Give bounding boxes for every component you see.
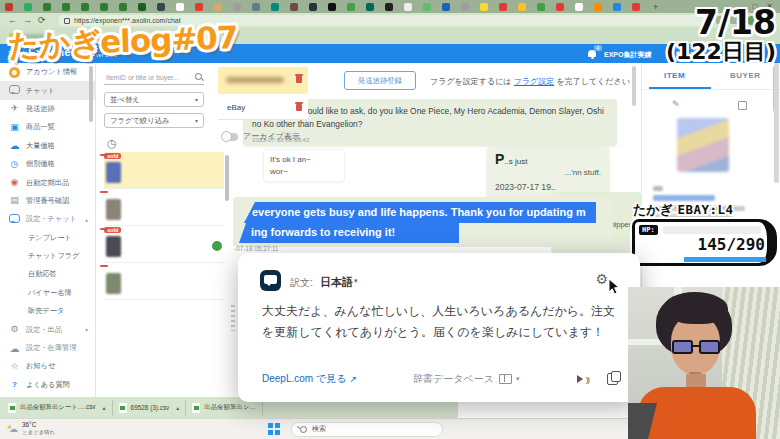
chat-list-item[interactable] (104, 263, 224, 300)
sidebar-item-settings-listing[interactable]: ⚙設定・出品▾ (0, 320, 95, 338)
browser-tab[interactable] (632, 3, 640, 11)
browser-tab[interactable] (81, 3, 89, 11)
target-language[interactable]: 日本語 (320, 275, 353, 290)
sidebar-item-bulk-price[interactable]: ☁大量価格 (0, 137, 95, 155)
browser-tab[interactable] (100, 3, 108, 11)
browser-tab[interactable] (309, 3, 317, 11)
sidebar-item-template[interactable]: テンプレート (0, 229, 95, 247)
browser-tab[interactable] (480, 3, 488, 11)
drag-handle[interactable] (231, 305, 235, 331)
browser-tab[interactable] (556, 3, 564, 11)
browser-tab[interactable] (537, 3, 545, 11)
sidebar-item-chat[interactable]: チャット (0, 81, 95, 99)
download-filename: 出品金額算出シート….csv (20, 403, 96, 412)
chat-list-item[interactable]: sold (104, 152, 224, 189)
browser-tab[interactable] (233, 3, 241, 11)
trash-icon[interactable] (296, 76, 302, 83)
open-in-deepl-link[interactable]: DeepL.com で見る (262, 372, 346, 386)
browser-tab[interactable] (499, 3, 507, 11)
download-chip[interactable]: 69528 (3).csv▴ (119, 400, 187, 416)
sidebar-scrollbar[interactable] (89, 66, 93, 122)
tracking-register-button[interactable]: 発送追跡登録 (344, 71, 416, 90)
browser-tab[interactable] (176, 3, 184, 11)
sidebar-item-faq[interactable]: ?よくある質問 (0, 376, 95, 394)
browser-tab[interactable] (347, 3, 355, 11)
taskbar-search[interactable]: 検索 (291, 422, 443, 437)
browser-tab[interactable] (366, 3, 374, 11)
browser-tab[interactable] (271, 3, 279, 11)
browser-tab[interactable] (518, 3, 526, 11)
browser-tab[interactable] (252, 3, 260, 11)
browser-tab[interactable] (461, 3, 469, 11)
browser-tab[interactable] (119, 3, 127, 11)
tab-buyer[interactable]: BUYER (730, 71, 761, 80)
sidebar-item-management-number[interactable]: ▤管理番号確認 (0, 192, 95, 210)
sidebar-item-settings-inventory[interactable]: ☁設定・在庫管理 (0, 339, 95, 357)
browser-tab[interactable] (404, 3, 412, 11)
csv-file-icon (8, 403, 16, 413)
browser-tab[interactable] (385, 3, 393, 11)
sidebar-item-auto-reply[interactable]: 自動応答 (0, 265, 95, 283)
download-chip[interactable]: 出品金額算出シート….csv▴ (8, 400, 113, 416)
windows-start-button[interactable] (268, 423, 280, 435)
archive-toggle[interactable] (222, 133, 238, 141)
sidebar-item-news[interactable]: ☆お知らせ (0, 357, 95, 375)
weather-temp: 36°C (22, 421, 55, 429)
chat-icon (9, 85, 20, 94)
bell-icon[interactable] (588, 50, 596, 57)
sidebar-item-chat-flag[interactable]: チャットフラグ (0, 247, 95, 265)
chat-list-scrollbar[interactable] (225, 155, 229, 201)
browser-tab[interactable] (575, 3, 583, 11)
gear-icon[interactable]: ⚙ (595, 271, 608, 287)
sidebar-item-individual-price[interactable]: ◷個別価格 (0, 155, 95, 173)
chevron-down-icon: ▾ (354, 277, 358, 285)
deepl-footer: DeepL.com で見る ↗ 辞書データベース ▾ )) (262, 372, 618, 386)
browser-tab[interactable] (43, 3, 51, 11)
tab-item[interactable]: ITEM (664, 71, 685, 80)
chevron-up-icon[interactable]: ▴ (176, 404, 179, 411)
chat-list-item[interactable] (104, 189, 224, 226)
browser-tab[interactable] (423, 3, 431, 11)
conversation-scrollbar[interactable] (632, 66, 636, 106)
new-tab-button[interactable]: + (653, 2, 658, 12)
dictionary-label[interactable]: 辞書データベース (413, 372, 494, 386)
back-icon[interactable]: ← (8, 15, 17, 25)
message-time: 2023-07-17 19.. (495, 182, 601, 192)
browser-tab[interactable] (195, 3, 203, 11)
flag-settings-link[interactable]: フラグ設定 (514, 77, 555, 86)
browser-tab[interactable] (594, 3, 602, 11)
sidebar-item-label: 設定・在庫管理 (26, 343, 76, 353)
history-clock-icon[interactable]: ◷ (107, 137, 117, 150)
search-input[interactable]: ItemID or title or buyer... (104, 71, 204, 85)
trash-icon[interactable] (296, 104, 302, 111)
sidebar-item-sales-data[interactable]: 販売データ (0, 302, 95, 320)
sidebar-item-auto-relist[interactable]: ◉自動定期出品 (0, 173, 95, 191)
sidebar-item-buyer-list[interactable]: バイヤー名簿 (0, 284, 95, 302)
edit-pencil-icon[interactable]: ✎ (672, 99, 680, 109)
search-icon[interactable] (195, 73, 202, 80)
browser-tab[interactable] (24, 3, 32, 11)
chevron-up-icon[interactable]: ▴ (103, 404, 106, 411)
browser-tab[interactable] (5, 3, 13, 11)
sidebar-item-settings-chat[interactable]: 設定・チャット▴ (0, 210, 95, 228)
sidebar-item-product-list[interactable]: ▣商品一覧 (0, 118, 95, 136)
page-scrollbar[interactable] (774, 63, 779, 183)
flag-filter-dropdown[interactable]: フラグで絞り込み ▾ (104, 113, 204, 128)
speaker-icon[interactable]: )) (577, 375, 589, 384)
browser-tab[interactable] (214, 3, 222, 11)
browser-tab[interactable] (290, 3, 298, 11)
copy-item-icon[interactable] (738, 101, 747, 110)
copy-icon[interactable] (607, 373, 618, 385)
browser-tab[interactable] (157, 3, 165, 11)
sort-dropdown[interactable]: 並べ替え ▾ (104, 92, 204, 107)
browser-tab[interactable] (328, 3, 336, 11)
weather-widget[interactable]: ☀☁ 36°C ときどき晴れ (6, 421, 55, 436)
header-nav-stats[interactable]: EXPO集計実績 (604, 50, 651, 60)
browser-tab[interactable] (138, 3, 146, 11)
chat-list-item[interactable]: sold (104, 226, 224, 263)
sidebar-item-shipping-tracking[interactable]: ✈発送追跡 (0, 100, 95, 118)
browser-tab[interactable] (62, 3, 70, 11)
browser-tab[interactable] (442, 3, 450, 11)
item-thumbnail-blurred[interactable] (677, 118, 729, 172)
browser-tab[interactable] (613, 3, 621, 11)
